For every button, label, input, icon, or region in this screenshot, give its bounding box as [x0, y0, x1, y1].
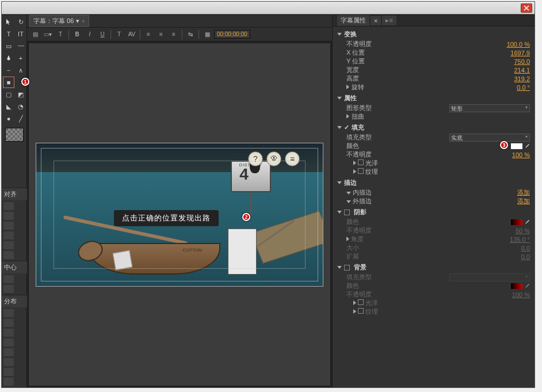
eyedropper-icon	[524, 283, 530, 289]
fill-opacity-value[interactable]: 100 %	[512, 151, 530, 158]
type-tool[interactable]: T	[3, 28, 14, 40]
close-button[interactable]	[521, 3, 532, 13]
font-dropdown[interactable]: ▭▾	[42, 29, 54, 40]
center-icon[interactable]	[3, 285, 14, 293]
fill-color-picker[interactable]	[510, 143, 530, 150]
gloss-toggle[interactable]: 光泽	[353, 159, 378, 168]
distribute-panel-header[interactable]: 分布	[2, 295, 27, 307]
delete-anchor-tool[interactable]: −	[3, 64, 14, 76]
line-tool[interactable]: ╱	[15, 113, 26, 124]
shadow-header[interactable]: 阴影	[337, 207, 530, 218]
canvas[interactable]: DISTRICT 4 COTTON	[28, 43, 331, 386]
align-icon[interactable]	[3, 202, 14, 210]
distort-label[interactable]: 扭曲	[346, 112, 364, 121]
add-anchor-tool[interactable]: +	[15, 52, 26, 64]
shadow-color-picker[interactable]	[510, 219, 530, 226]
dist-icon[interactable]	[3, 338, 14, 347]
dist-icon[interactable]	[3, 368, 14, 376]
video-preview-button[interactable]: ▦	[201, 29, 213, 40]
eyedropper-icon[interactable]	[524, 143, 530, 149]
underline-button[interactable]: U	[97, 29, 108, 40]
left-sidebar: ↻ T IT ▭ 〰 + − ∧ ■ ▢ ◩ ◣ ◔ ● ╱ 对齐	[2, 15, 27, 387]
fill-type-select[interactable]: 实底	[449, 134, 530, 142]
rotation-tool[interactable]: ↻	[15, 16, 26, 28]
properties-tab[interactable]: 字幕属性	[337, 15, 369, 26]
pen-tool[interactable]	[3, 52, 14, 64]
center-icon[interactable]	[3, 275, 14, 283]
tab-close-icon[interactable]: ×	[82, 18, 85, 24]
align-right-button[interactable]: ≡	[168, 29, 180, 40]
fill-type-label: 填充类型	[346, 133, 372, 142]
center-panel-header[interactable]: 中心	[2, 261, 27, 273]
bg-texture-toggle: 纹理	[353, 307, 378, 316]
kerning-button[interactable]: AV	[126, 29, 138, 40]
ypos-value[interactable]: 750.0	[514, 58, 530, 65]
ellipse-tool[interactable]: ●	[3, 113, 14, 124]
italic-button[interactable]: I	[84, 29, 96, 40]
wedge-tool[interactable]: ◣	[3, 101, 14, 112]
dist-icon[interactable]	[3, 358, 14, 366]
align-icon[interactable]	[3, 251, 14, 259]
templates-button[interactable]: ▤	[29, 29, 41, 40]
align-icon[interactable]	[3, 222, 14, 230]
dist-icon[interactable]	[3, 348, 14, 356]
eyedropper-icon[interactable]	[524, 219, 530, 225]
safe-margin-inner	[54, 161, 306, 269]
bg-gloss-toggle: 光泽	[353, 299, 378, 307]
tab-button[interactable]: ↹	[185, 29, 196, 40]
annotation-3: 3	[500, 141, 508, 149]
inner-stroke-label[interactable]: 内描边	[346, 188, 372, 197]
align-center-button[interactable]: ≡	[155, 29, 167, 40]
fill-header[interactable]: ✓ 填充	[337, 122, 530, 133]
dist-icon[interactable]	[3, 309, 14, 317]
dist-icon[interactable]	[3, 329, 14, 337]
stroke-header[interactable]: 描边	[337, 177, 530, 188]
opacity-value[interactable]: 100.0 %	[507, 41, 530, 48]
selection-tool[interactable]	[3, 16, 14, 28]
dist-icon[interactable]	[3, 378, 14, 386]
align-panel-header[interactable]: 对齐	[2, 188, 27, 200]
vertical-type-tool[interactable]: IT	[15, 28, 26, 40]
inner-stroke-add[interactable]: 添加	[517, 188, 530, 197]
style-button[interactable]: T	[55, 29, 66, 40]
texture-toggle[interactable]: 纹理	[353, 168, 378, 176]
bold-button[interactable]: B	[71, 29, 83, 40]
document-tab[interactable]: 字幕：字幕 06 ▾ ×	[29, 15, 89, 27]
timecode[interactable]: 00;00;00;00	[214, 30, 250, 39]
align-icon[interactable]	[3, 231, 14, 239]
shape-type-label: 图形类型	[346, 104, 372, 112]
height-value[interactable]: 319.2	[514, 75, 530, 82]
clip-rect-tool[interactable]: ◩	[15, 89, 26, 100]
align-left-button[interactable]: ≡	[143, 29, 154, 40]
shadow-angle-value: 135.0 °	[510, 236, 530, 243]
outer-stroke-add[interactable]: 添加	[517, 197, 530, 205]
align-icon[interactable]	[3, 241, 14, 249]
area-type-tool[interactable]: ▭	[3, 40, 14, 52]
title-stage[interactable]: DISTRICT 4 COTTON	[36, 143, 323, 287]
rectangle-tool[interactable]: ■	[3, 77, 14, 88]
rotation-value[interactable]: 0.0 °	[517, 84, 530, 91]
rounded-rect-tool[interactable]: ▢	[3, 89, 14, 100]
shadow-spread-value: 0.0	[521, 253, 530, 260]
dist-icon[interactable]	[3, 319, 14, 327]
xpos-value[interactable]: 1697.9	[510, 50, 530, 56]
background-header[interactable]: 背景	[337, 262, 530, 273]
bg-opacity-label: 不透明度	[346, 290, 372, 299]
path-type-tool[interactable]: 〰	[15, 40, 26, 52]
shape-type-select[interactable]: 矩形	[449, 104, 530, 112]
bg-color-label: 颜色	[346, 281, 359, 290]
outer-stroke-label[interactable]: 外描边	[346, 197, 372, 205]
transform-header[interactable]: 变换	[337, 29, 530, 40]
width-value[interactable]: 214.1	[514, 67, 530, 74]
convert-anchor-tool[interactable]: ∧	[15, 64, 26, 76]
align-icon[interactable]	[3, 212, 14, 220]
properties-header[interactable]: 属性	[337, 93, 530, 104]
arc-tool[interactable]: ◔	[15, 101, 26, 112]
size-button[interactable]: T	[113, 29, 125, 40]
panel-menu-icon[interactable]: ▸≡	[382, 16, 396, 25]
tab-label: 字幕：字幕 06	[33, 17, 74, 25]
titlebar[interactable]	[2, 2, 535, 14]
tool-palette: ↻ T IT ▭ 〰 + − ∧ ■ ▢ ◩ ◣ ◔ ● ╱	[2, 15, 26, 125]
color-swatch[interactable]	[510, 143, 523, 150]
properties-tab-bar: 字幕属性 × ▸≡	[333, 15, 535, 26]
